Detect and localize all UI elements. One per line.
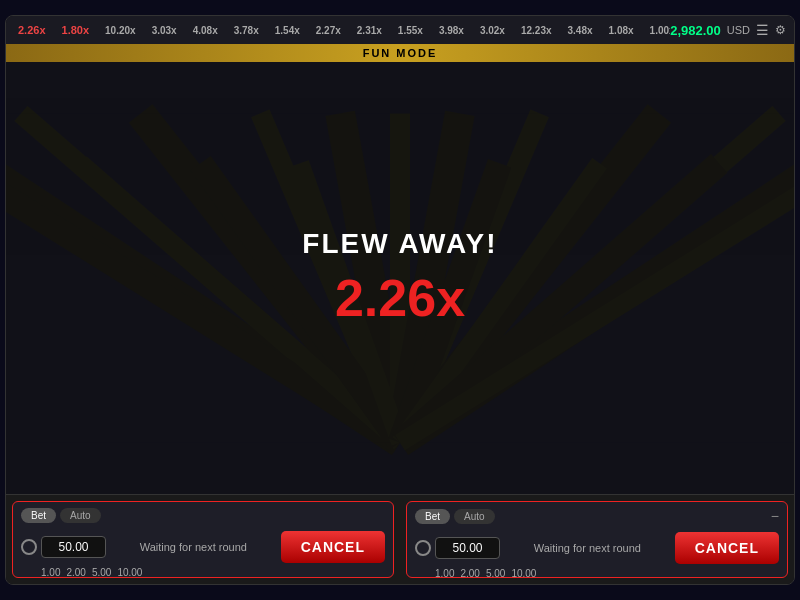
quick-bet-4-right[interactable]: 10.00: [511, 568, 536, 579]
balance-currency: USD: [727, 24, 750, 36]
fun-mode-bar: FUN MODE: [6, 44, 794, 62]
multiplier-badge: 2.31x: [353, 24, 386, 37]
bet-circle-icon-left: [21, 539, 37, 555]
multiplier-badge: 1.55x: [394, 24, 427, 37]
bet-panel-left: Bet Auto Waiting for next round CANCEL 1…: [12, 501, 394, 578]
bet-panel-right: Bet Auto − Waiting for next round CANCEL…: [406, 501, 788, 578]
game-container: 2.26x1.80x10.20x3.03x4.08x3.78x1.54x2.27…: [5, 15, 795, 585]
panel-tabs-right: Bet Auto −: [415, 508, 779, 524]
tab-auto-left[interactable]: Auto: [60, 508, 101, 523]
quick-bets-right: 1.00 2.00 5.00 10.00: [435, 568, 779, 579]
tab-auto-right[interactable]: Auto: [454, 509, 495, 524]
quick-bets-left: 1.00 2.00 5.00 10.00: [41, 567, 385, 578]
fun-mode-label: FUN MODE: [363, 47, 438, 59]
multiplier-badge: 12.23x: [517, 24, 556, 37]
multiplier-badge: 1.80x: [58, 23, 94, 37]
game-message: FLEW AWAY! 2.26x: [302, 228, 497, 328]
quick-bet-3-left[interactable]: 5.00: [92, 567, 111, 578]
multiplier-badge: 3.48x: [564, 24, 597, 37]
settings-icon[interactable]: ⚙: [775, 23, 786, 37]
quick-bet-1-left[interactable]: 1.00: [41, 567, 60, 578]
bet-input-group-right: [415, 537, 500, 559]
flew-away-text: FLEW AWAY!: [302, 228, 497, 260]
game-area: FLEW AWAY! 2.26x: [6, 62, 794, 494]
tab-bet-right[interactable]: Bet: [415, 509, 450, 524]
panel-controls-right: Waiting for next round CANCEL: [415, 532, 779, 564]
multiplier-badge: 4.08x: [189, 24, 222, 37]
multiplier-badge: 3.98x: [435, 24, 468, 37]
waiting-text-right: Waiting for next round: [508, 542, 667, 554]
quick-bet-4-left[interactable]: 10.00: [117, 567, 142, 578]
quick-bet-2-right[interactable]: 2.00: [460, 568, 479, 579]
multiplier-badge: 2.27x: [312, 24, 345, 37]
panel-minus-right[interactable]: −: [771, 508, 779, 524]
multiplier-badge: 3.78x: [230, 24, 263, 37]
quick-bet-2-left[interactable]: 2.00: [66, 567, 85, 578]
cancel-button-right[interactable]: CANCEL: [675, 532, 779, 564]
bottom-panels: Bet Auto Waiting for next round CANCEL 1…: [6, 494, 794, 584]
bet-input-group-left: [21, 536, 106, 558]
final-multiplier: 2.26x: [302, 268, 497, 328]
panel-controls-left: Waiting for next round CANCEL: [21, 531, 385, 563]
multiplier-badge: 10.20x: [101, 24, 140, 37]
quick-bet-1-right[interactable]: 1.00: [435, 568, 454, 579]
cancel-button-left[interactable]: CANCEL: [281, 531, 385, 563]
multiplier-badge: 2.26x: [14, 23, 50, 37]
waiting-text-left: Waiting for next round: [114, 541, 273, 553]
multiplier-badge: 1.08x: [605, 24, 638, 37]
balance-amount: 2,982.00: [670, 23, 721, 38]
top-bar: 2.26x1.80x10.20x3.03x4.08x3.78x1.54x2.27…: [6, 16, 794, 44]
bet-circle-icon-right: [415, 540, 431, 556]
multiplier-badge: 3.02x: [476, 24, 509, 37]
quick-bet-3-right[interactable]: 5.00: [486, 568, 505, 579]
multipliers-scroll: 2.26x1.80x10.20x3.03x4.08x3.78x1.54x2.27…: [14, 23, 670, 37]
multiplier-badge: 1.00x: [646, 24, 671, 37]
multiplier-badge: 1.54x: [271, 24, 304, 37]
tab-bet-left[interactable]: Bet: [21, 508, 56, 523]
bet-input-left[interactable]: [41, 536, 106, 558]
panel-tabs-left: Bet Auto: [21, 508, 385, 523]
balance-area: 2,982.00 USD ☰ ⚙: [670, 22, 786, 38]
multiplier-badge: 3.03x: [148, 24, 181, 37]
bet-input-right[interactable]: [435, 537, 500, 559]
menu-icon[interactable]: ☰: [756, 22, 769, 38]
